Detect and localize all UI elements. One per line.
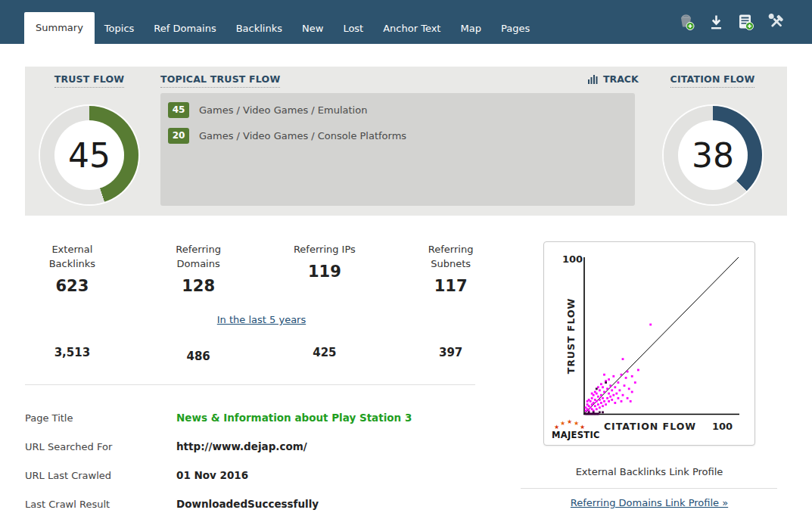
topic-score-badge: 45 [168,102,189,118]
stat-external-backlinks: External Backlinks 623 [9,242,135,295]
stat-label: Referring Domains [160,242,236,271]
stat-value: 117 [387,277,514,295]
create-report-icon[interactable] [736,13,755,32]
stat-label: Referring Subnets [413,242,489,271]
profile-divider [521,488,777,489]
citation-flow-gauge: 38 [664,106,762,204]
majestic-logo: ★ ★ ★ ★ ★ MAJESTIC [552,418,600,440]
topical-trust-flow-header: TOPICAL TRUST FLOW [160,73,280,85]
page-title-value: News & Information about Play Station 3 [176,412,412,424]
section-divider [25,384,475,385]
tab-map[interactable]: Map [450,14,490,44]
link-profile-chart-card: 100 100 TRUST FLOW CITATION FLOW ★ ★ ★ ★… [543,241,755,446]
topic-name: Games / Video Games / Emulation [199,104,367,116]
detail-row-crawl-result: Last Crawl Result DownloadedSuccessfully [25,498,509,510]
stat-value: 623 [9,277,135,295]
majestic-logo-text: MAJESTIC [552,430,600,440]
topical-row[interactable]: 20 Games / Video Games / Console Platfor… [168,128,627,144]
stat-referring-domains: Referring Domains 128 [135,242,262,295]
y-axis-max-tick: 100 [562,253,583,265]
crawl-details: Page Title News & Information about Play… [25,412,509,516]
track-label: TRACK [603,73,639,85]
svg-text:★: ★ [560,420,565,427]
citation-flow-value: 38 [678,120,748,190]
track-button[interactable]: TRACK [588,73,639,85]
topic-score-badge: 20 [168,128,189,144]
svg-text:★: ★ [567,418,572,425]
stat-value: 128 [135,277,262,295]
top-navigation-bar: Summary Topics Ref Domains Backlinks New… [0,0,812,44]
stat-label: Referring IPs [287,242,362,256]
tab-lost[interactable]: Lost [333,14,373,44]
topical-trust-flow-panel: 45 Games / Video Games / Emulation 20 Ga… [160,93,635,206]
tab-topics[interactable]: Topics [95,14,144,44]
summary-stats: External Backlinks 623 Referring Domains… [9,242,514,359]
x-axis-max-tick: 100 [712,421,733,432]
detail-row-url-searched: URL Searched For http://www.dejap.com/ [25,440,509,452]
tab-anchor-text[interactable]: Anchor Text [373,14,450,44]
tab-new[interactable]: New [292,14,333,44]
y-axis-title: TRUST FLOW [565,298,577,375]
detail-label: Page Title [25,412,176,424]
stat-referring-ips: Referring IPs 119 [262,242,388,295]
stat-referring-subnets: Referring Subnets 117 [387,242,514,295]
tab-backlinks[interactable]: Backlinks [226,14,292,44]
trust-flow-header: TRUST FLOW [25,73,154,85]
trust-flow-gauge: 45 [40,106,138,204]
tab-pages[interactable]: Pages [491,14,540,44]
detail-row-last-crawled: URL Last Crawled 01 Nov 2016 [25,469,509,481]
svg-text:★: ★ [574,420,579,427]
tab-summary[interactable]: Summary [24,12,95,44]
citation-flow-header: CITATION FLOW [638,73,787,85]
topic-name: Games / Video Games / Console Platforms [199,130,406,141]
citation-flow-label[interactable]: CITATION FLOW [670,73,755,88]
recent-external-backlinks: 3,513 [9,346,135,359]
detail-label: URL Searched For [25,441,176,452]
flow-metrics-band: TRUST FLOW TOPICAL TRUST FLOW TRACK CITA… [25,67,787,216]
recent-referring-subnets: 397 [387,346,514,359]
chart-caption: External Backlinks Link Profile [521,466,778,477]
crawl-result-value: DownloadedSuccessfully [176,498,319,510]
detail-label: Last Crawl Result [25,499,176,510]
x-axis-title: CITATION FLOW [604,421,696,432]
nav-tabs: Summary Topics Ref Domains Backlinks New… [24,12,540,44]
trust-flow-label[interactable]: TRUST FLOW [54,73,125,88]
topical-row[interactable]: 45 Games / Video Games / Emulation [168,102,627,118]
diagonal-reference-line [584,257,739,414]
stat-value: 119 [262,263,388,281]
url-searched-value: http://www.dejap.com/ [176,440,307,452]
detail-row-page-title: Page Title News & Information about Play… [25,412,509,424]
recent-referring-domains: 486 [135,350,262,363]
stat-label: External Backlinks [34,242,110,271]
scatter-points [585,324,652,415]
add-to-bucket-icon[interactable] [677,13,696,32]
trust-flow-value: 45 [54,120,124,190]
detail-label: URL Last Crawled [25,470,176,481]
topical-trust-flow-label[interactable]: TOPICAL TRUST FLOW [160,73,280,88]
last-crawled-value: 01 Nov 2016 [176,469,248,481]
track-chart-icon [588,74,599,84]
tab-ref-domains[interactable]: Ref Domains [144,14,226,44]
last-5-years-link[interactable]: In the last 5 years [217,314,306,325]
tools-icon[interactable] [767,13,786,32]
download-icon[interactable] [708,13,725,31]
referring-domains-profile-link[interactable]: Referring Domains Link Profile » [571,497,728,508]
recent-referring-ips: 425 [262,346,388,359]
